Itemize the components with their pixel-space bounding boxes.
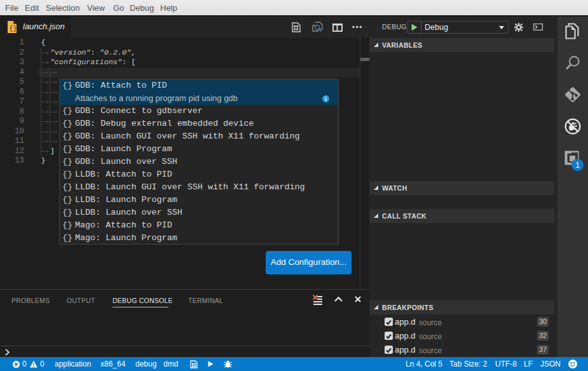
svg-text:{}: {}	[9, 25, 17, 32]
svg-text:1: 1	[575, 161, 580, 170]
